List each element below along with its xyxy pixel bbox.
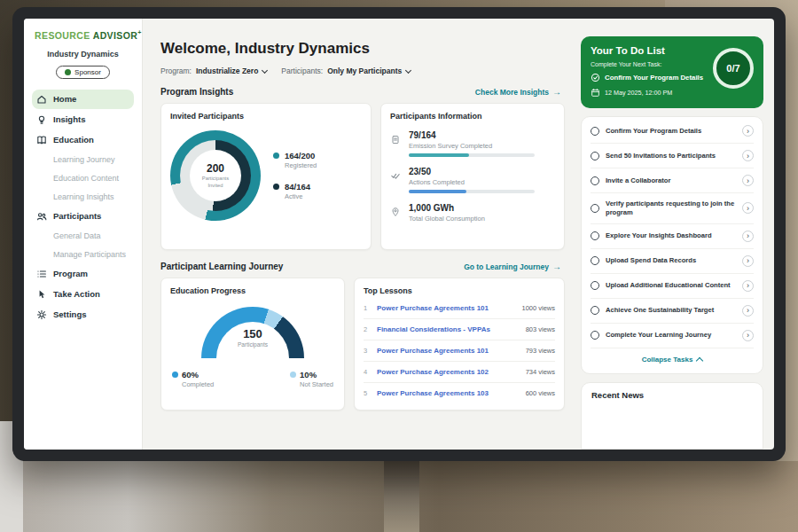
- task-checkbox[interactable]: [591, 231, 599, 240]
- todo-task-row[interactable]: Invite a Collaborator ›: [591, 168, 754, 193]
- todo-progress-value: 0/7: [726, 63, 739, 74]
- chevron-right-icon[interactable]: ›: [742, 255, 754, 267]
- task-checkbox[interactable]: [591, 281, 599, 290]
- sponsor-badge-label: Sponsor: [74, 68, 101, 76]
- task-checkbox[interactable]: [591, 127, 599, 136]
- lesson-row: 2 Financial Considerations - VPPAs 803 v…: [364, 319, 555, 340]
- sidebar-item-home[interactable]: Home: [32, 90, 134, 109]
- task-checkbox[interactable]: [591, 256, 599, 265]
- card-title: Top Lessons: [364, 286, 555, 295]
- sidebar-item-learning-insights[interactable]: Learning Insights: [32, 188, 134, 206]
- todo-task-row[interactable]: Achieve One Sustainability Target ›: [591, 299, 754, 324]
- sidebar-item-take-action[interactable]: Take Action: [32, 285, 134, 304]
- todo-task-row[interactable]: Upload Additional Educational Content ›: [591, 274, 754, 299]
- info-label: Emission Survey Completed: [409, 142, 535, 150]
- invited-participants-card: Invited Participants 200 Participants In…: [160, 103, 372, 250]
- chevron-up-icon: [696, 356, 703, 364]
- todo-task-row[interactable]: Send 50 Invitations to Participants ›: [591, 144, 754, 168]
- education-progress-gauge: 150 Participants: [201, 307, 304, 358]
- org-name: Industry Dynamics: [24, 50, 142, 59]
- sidebar-item-label: Learning Journey: [53, 155, 115, 164]
- task-label: Achieve One Sustainability Target: [606, 306, 736, 315]
- sidebar-item-label: Home: [53, 94, 76, 104]
- sidebar-item-label: General Data: [53, 231, 101, 240]
- survey-icon: [390, 132, 402, 157]
- todo-task-row[interactable]: Upload Spend Data Records ›: [591, 249, 754, 274]
- task-label: Confirm Your Program Details: [606, 127, 736, 136]
- sidebar-item-general-data[interactable]: General Data: [32, 227, 134, 245]
- sidebar-item-insights[interactable]: Insights: [32, 110, 134, 129]
- participants-select-value: Only My Participants: [327, 66, 402, 75]
- chevron-right-icon[interactable]: ›: [742, 150, 754, 161]
- todo-task-row[interactable]: Confirm Your Program Details ›: [591, 119, 754, 144]
- sidebar-item-education-content[interactable]: Education Content: [32, 169, 134, 187]
- todo-summary-card: Your To Do List Complete Your Next Task:…: [581, 36, 763, 108]
- go-to-learning-journey-link[interactable]: Go to Learning Journey →: [464, 262, 561, 271]
- lesson-views: 600 views: [526, 389, 555, 397]
- learning-journey-cards: Education Progress 150 Participants: [160, 278, 565, 411]
- lesson-row: 3 Power Purchase Agreements 101 793 view…: [364, 340, 555, 362]
- sidebar-item-manage-participants[interactable]: Manage Participants: [32, 246, 134, 263]
- task-label: Invite a Collaborator: [606, 176, 736, 185]
- section-title: Participant Learning Journey: [160, 262, 283, 271]
- task-checkbox[interactable]: [591, 176, 599, 185]
- collapse-tasks-link[interactable]: Collapse Tasks: [591, 348, 754, 372]
- sidebar-item-label: Manage Participants: [53, 250, 126, 259]
- sponsor-icon: [65, 69, 71, 75]
- chevron-right-icon[interactable]: ›: [742, 305, 754, 317]
- task-checkbox[interactable]: [591, 306, 599, 315]
- monitor-stand: [384, 459, 419, 532]
- chevron-right-icon[interactable]: ›: [742, 125, 754, 137]
- info-value: 79/164: [409, 130, 535, 140]
- check-more-insights-link[interactable]: Check More Insights →: [475, 88, 561, 97]
- right-panel: Your To Do List Complete Your Next Task:…: [574, 19, 774, 450]
- brand-logo: RESOURCE ADVISOR+: [24, 29, 142, 41]
- todo-next-task-label: Confirm Your Program Details: [605, 74, 703, 82]
- task-checkbox[interactable]: [591, 152, 599, 160]
- chevron-down-icon: [405, 66, 411, 73]
- lesson-link[interactable]: Power Purchase Agreements 103: [377, 389, 520, 397]
- chevron-right-icon[interactable]: ›: [742, 175, 754, 186]
- todo-task-row[interactable]: Explore Your Insights Dashboard ›: [591, 224, 754, 249]
- main-content: Welcome, Industry Dynamics Program: Indu…: [143, 19, 574, 450]
- task-checkbox[interactable]: [591, 331, 599, 340]
- lesson-rank: 4: [364, 368, 371, 376]
- sidebar-item-learning-journey[interactable]: Learning Journey: [32, 151, 134, 168]
- info-value: 1,000 GWh: [409, 203, 485, 213]
- sidebar-item-settings[interactable]: Settings: [32, 305, 134, 325]
- sidebar-item-participants[interactable]: Participants: [32, 207, 134, 226]
- program-select[interactable]: Industrialize Zero: [196, 66, 267, 75]
- task-checkbox[interactable]: [591, 204, 599, 213]
- lesson-link[interactable]: Power Purchase Agreements 101: [377, 304, 515, 312]
- lesson-link[interactable]: Power Purchase Agreements 102: [377, 368, 520, 376]
- todo-task-row[interactable]: Complete Your Learning Journey ›: [591, 324, 754, 348]
- recent-news-title: Recent News: [591, 390, 753, 400]
- participants-select[interactable]: Only My Participants: [327, 66, 411, 75]
- todo-task-row[interactable]: Verify participants requesting to join t…: [591, 193, 754, 224]
- program-icon: [36, 269, 47, 279]
- sidebar-item-label: Settings: [53, 309, 86, 319]
- sidebar-item-label: Education Content: [53, 174, 119, 183]
- program-filter-label: Program:: [160, 66, 192, 75]
- lesson-views: 793 views: [526, 347, 555, 355]
- sidebar-item-program[interactable]: Program: [32, 264, 134, 284]
- lesson-link[interactable]: Financial Considerations - VPPAs: [377, 325, 520, 333]
- gauge-center-label: Participants: [201, 341, 304, 348]
- lesson-rank: 5: [364, 389, 371, 397]
- sidebar-item-label: Participants: [53, 211, 101, 221]
- top-lessons-card: Top Lessons 1 Power Purchase Agreements …: [354, 278, 565, 411]
- lesson-link[interactable]: Power Purchase Agreements 101: [377, 347, 520, 355]
- participants-information-card: Participants Information 79/164 Emission…: [380, 103, 565, 250]
- link-label: Go to Learning Journey: [464, 262, 549, 271]
- sidebar-item-label: Insights: [53, 114, 85, 124]
- chevron-right-icon[interactable]: ›: [742, 202, 754, 214]
- chevron-right-icon[interactable]: ›: [742, 231, 754, 242]
- section-title: Program Insights: [160, 87, 233, 97]
- chevron-right-icon[interactable]: ›: [742, 330, 754, 341]
- invited-participants-donut: 200 Participants Invited: [170, 130, 261, 221]
- chevron-right-icon[interactable]: ›: [742, 280, 754, 292]
- sidebar-item-education[interactable]: Education: [32, 130, 134, 150]
- donut-center-label: Participants Invited: [197, 176, 234, 189]
- recent-news-card: Recent News: [581, 382, 763, 450]
- program-select-value: Industrialize Zero: [196, 66, 258, 75]
